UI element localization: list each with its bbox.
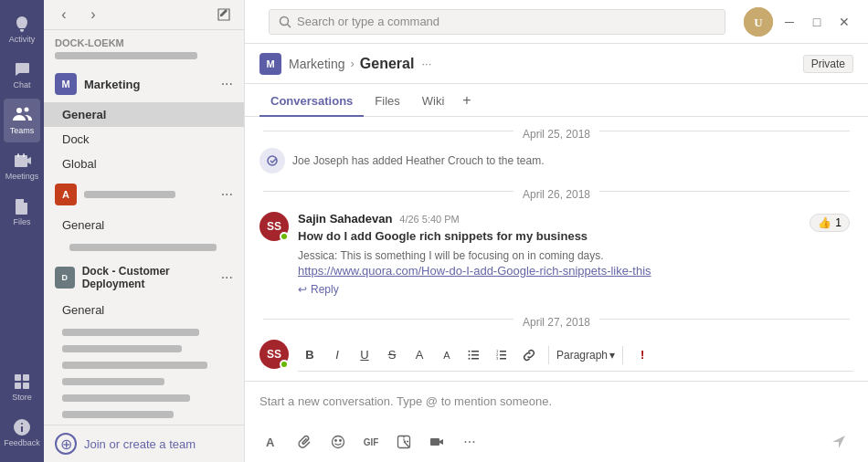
svg-point-1 <box>25 108 29 112</box>
nav-files-label: Files <box>13 217 30 226</box>
forward-button[interactable]: › <box>80 2 106 27</box>
header-ellipsis[interactable]: ··· <box>421 57 431 70</box>
team-marketing-name: Marketing <box>84 78 140 91</box>
highlight-button[interactable]: A <box>408 343 431 367</box>
time-sajin: 4/26 5:40 PM <box>399 214 459 225</box>
emoji-button[interactable] <box>325 429 351 455</box>
toolbar-divider <box>548 346 549 364</box>
underline-button[interactable]: U <box>353 343 376 367</box>
author-sajin: Sajin Sahadevan <box>298 212 392 226</box>
paragraph-select[interactable]: Paragraph ▾ <box>556 349 615 362</box>
link-button[interactable] <box>517 343 541 367</box>
join-icon: ⊕ <box>55 433 77 455</box>
tab-wiki[interactable]: Wiki <box>411 87 456 117</box>
svg-rect-20 <box>500 351 506 352</box>
team-dock-deployment[interactable]: D Dock - Customer Deployment ··· <box>44 257 244 298</box>
svg-point-29 <box>340 440 342 442</box>
gif-button[interactable]: GIF <box>358 429 384 455</box>
team-redacted-2-more[interactable]: ··· <box>221 186 233 203</box>
message-body-chart: B I U S A A <box>298 340 853 382</box>
message-sajin: SS Sajin Sahadevan 4/26 5:40 PM How do I… <box>245 205 868 305</box>
svg-rect-14 <box>471 351 479 352</box>
nav-activity-label: Activity <box>9 35 36 44</box>
online-indicator-2 <box>280 360 289 369</box>
nav-activity[interactable]: Activity <box>4 7 40 51</box>
strikethrough-button[interactable]: S <box>380 343 404 367</box>
bold-button[interactable]: B <box>298 343 322 367</box>
fontsize-button[interactable]: A <box>435 343 459 367</box>
channel-general-marketing[interactable]: General ··· <box>44 102 244 127</box>
nav-meetings[interactable]: Meetings <box>4 144 40 188</box>
main-content: Search or type a command U ─ □ ✕ M Marke… <box>245 0 868 462</box>
nav-teams[interactable]: Teams <box>4 99 40 142</box>
format-button[interactable]: A <box>259 429 285 455</box>
svg-rect-16 <box>471 358 479 360</box>
messages-area[interactable]: April 25, 2018 Joe Joseph has added Heat… <box>245 117 868 381</box>
italic-button[interactable]: I <box>325 343 349 367</box>
system-text: Joe Joseph has added Heather Crouch to t… <box>292 154 545 167</box>
svg-point-19 <box>469 357 471 359</box>
search-icon <box>279 16 291 28</box>
close-button[interactable]: ✕ <box>831 9 857 35</box>
team-redacted-2-avatar: A <box>55 184 77 205</box>
nav-store[interactable]: Store <box>4 365 40 409</box>
svg-rect-7 <box>15 383 21 389</box>
nav-files[interactable]: Files <box>4 190 40 234</box>
tab-add-button[interactable]: + <box>455 85 478 116</box>
team-marketing-more[interactable]: ··· <box>221 76 233 92</box>
exclaim-button[interactable]: ! <box>630 343 654 367</box>
like-button-sajin[interactable]: 👍 1 <box>810 214 850 232</box>
chart-message-text: Active Users of Key Global Social Platfo… <box>298 377 853 382</box>
channel-general-t2[interactable]: General <box>44 213 244 237</box>
more-actions-button[interactable]: ··· <box>457 429 482 455</box>
team-redacted-2[interactable]: A ··· <box>44 176 244 213</box>
join-create-team[interactable]: ⊕ Join or create a team <box>44 425 244 462</box>
channel-dock-marketing[interactable]: Dock <box>44 127 244 152</box>
svg-rect-21 <box>500 354 506 356</box>
meet-button[interactable] <box>424 429 450 455</box>
numbered-button[interactable]: 1 2 3 <box>490 343 513 367</box>
nav-store-label: Store <box>12 393 32 402</box>
avatar-sajin-2: SS <box>259 340 289 369</box>
header-team-name: Marketing <box>289 57 344 71</box>
channel-global-marketing[interactable]: Global <box>44 152 244 176</box>
header-chevron: › <box>350 57 354 70</box>
search-bar[interactable]: Search or type a command <box>269 9 725 35</box>
svg-text:A: A <box>266 436 275 449</box>
toolbar-divider-2 <box>622 346 623 364</box>
bullets-button[interactable] <box>462 343 486 367</box>
avatar-sajin: SS <box>259 212 289 241</box>
back-button[interactable]: ‹ <box>51 2 77 27</box>
maximize-button[interactable]: □ <box>804 9 830 35</box>
send-button[interactable] <box>824 427 853 457</box>
message-chart: SS B I U S A A <box>245 332 868 382</box>
tab-files[interactable]: Files <box>364 87 410 117</box>
svg-rect-6 <box>23 374 29 381</box>
private-badge: Private <box>803 55 853 73</box>
date-divider-apr27: April 27, 2018 <box>245 305 868 332</box>
minimize-button[interactable]: ─ <box>777 9 802 35</box>
channel-path: Marketing › General ··· <box>289 56 796 72</box>
svg-text:U: U <box>754 16 763 29</box>
team-marketing[interactable]: M Marketing ··· <box>44 66 244 102</box>
sticker-button[interactable] <box>391 429 417 455</box>
editor-input[interactable]: Start a new conversation. Type @ to ment… <box>259 389 853 422</box>
nav-feedback[interactable]: Feedback <box>4 411 40 455</box>
tab-conversations[interactable]: Conversations <box>259 87 364 117</box>
team-dock-more[interactable]: ··· <box>221 269 233 286</box>
top-bar: Search or type a command U ─ □ ✕ <box>245 0 868 44</box>
user-avatar[interactable]: U <box>744 7 773 37</box>
nav-chat[interactable]: Chat <box>4 53 40 97</box>
svg-point-0 <box>16 108 22 113</box>
message-link-sajin[interactable]: https://www.quora.com/How-do-I-add-Googl… <box>298 264 651 278</box>
svg-point-9 <box>281 16 289 25</box>
channel-general-dock[interactable]: General <box>44 298 244 322</box>
message-text-sajin: How do I add Google rich snippets for my… <box>298 227 853 246</box>
editor-area: Start a new conversation. Type @ to ment… <box>245 381 868 462</box>
reply-button-sajin[interactable]: ↩ Reply <box>298 281 339 298</box>
compose-button[interactable] <box>211 2 237 27</box>
message-header-sajin: Sajin Sahadevan 4/26 5:40 PM <box>298 212 853 226</box>
nav-feedback-label: Feedback <box>4 438 40 447</box>
attach-button[interactable] <box>292 429 318 455</box>
search-placeholder: Search or type a command <box>297 15 439 28</box>
